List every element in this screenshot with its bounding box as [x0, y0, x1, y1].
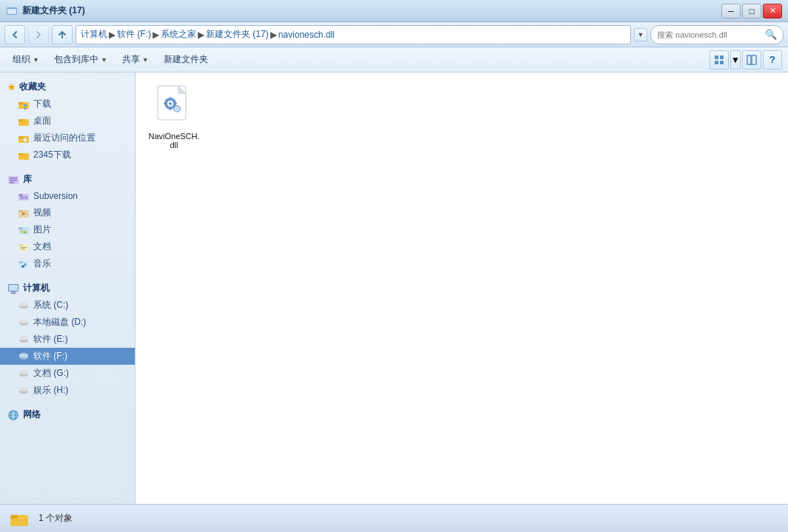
sidebar-item-music[interactable]: 音乐 — [0, 255, 135, 272]
sidebar-item-drive-e-label: 软件 (E:) — [33, 333, 68, 346]
sidebar-item-2345-label: 2345下载 — [33, 149, 71, 161]
sidebar-item-desktop-label: 桌面 — [33, 115, 51, 127]
svg-text:SVN: SVN — [20, 195, 28, 200]
svg-rect-6 — [747, 55, 751, 64]
desktop-folder-icon — [18, 115, 30, 127]
svg-rect-40 — [11, 292, 16, 293]
sidebar-item-desktop[interactable]: 桌面 — [0, 112, 135, 129]
pane-toggle-button[interactable] — [742, 50, 761, 70]
sidebar-item-subversion-label: Subversion — [33, 191, 78, 201]
title-bar: 新建文件夹 (17) ─ □ ✕ — [0, 0, 788, 22]
title-controls: ─ □ ✕ — [721, 4, 782, 18]
svg-rect-74 — [164, 103, 166, 104]
breadcrumb-sep: ▶ — [270, 30, 277, 40]
organize-button[interactable]: 组织 ▼ — [6, 50, 46, 70]
sidebar-item-video[interactable]: 视频 — [0, 204, 135, 221]
sidebar-item-subversion[interactable]: SVN Subversion — [0, 188, 135, 204]
svg-rect-36 — [19, 261, 23, 263]
sidebar-item-drive-g-label: 文档 (G:) — [33, 367, 69, 380]
svg-rect-4 — [715, 61, 718, 64]
file-list: NaviOneSCH.dll — [144, 81, 779, 152]
svg-point-56 — [19, 370, 28, 374]
view-dropdown-button[interactable]: ▼ — [730, 50, 741, 70]
organize-dropdown-icon: ▼ — [33, 56, 39, 64]
svg-rect-17 — [19, 153, 23, 155]
search-icon[interactable]: 🔍 — [765, 29, 777, 40]
subversion-icon: SVN — [18, 190, 30, 202]
svg-rect-33 — [21, 247, 27, 248]
svg-rect-21 — [10, 182, 14, 183]
window-icon — [6, 5, 18, 17]
share-button[interactable]: 共享 ▼ — [116, 50, 156, 70]
network-header: 网络 — [0, 405, 135, 423]
breadcrumb-bar[interactable]: 计算机 ▶ 软件 (F:) ▶ 系统之家 ▶ 新建文件夹 (17) ▶ navi… — [76, 25, 631, 44]
status-folder-icon — [9, 508, 30, 529]
search-input[interactable] — [657, 30, 762, 39]
breadcrumb-item[interactable]: navionesch.dll — [278, 30, 335, 40]
breadcrumb-item[interactable]: 系统之家 — [161, 28, 196, 41]
svg-point-59 — [19, 387, 28, 391]
breadcrumb-dropdown-button[interactable]: ▼ — [634, 28, 647, 41]
file-item-navionesch[interactable]: NaviOneSCH.dll — [144, 81, 204, 152]
sidebar-item-2345[interactable]: 2345下载 — [0, 147, 135, 164]
share-dropdown-icon: ▼ — [142, 56, 149, 64]
address-bar: 计算机 ▶ 软件 (F:) ▶ 系统之家 ▶ 新建文件夹 (17) ▶ navi… — [0, 22, 788, 47]
back-button[interactable] — [4, 25, 25, 44]
maximize-button[interactable]: □ — [742, 4, 761, 18]
sidebar-item-download[interactable]: 下载 — [0, 95, 135, 112]
sidebar-item-drive-d[interactable]: 本地磁盘 (D:) — [0, 314, 135, 331]
breadcrumb-item[interactable]: 软件 (F:) — [117, 28, 151, 41]
sidebar-item-download-label: 下载 — [33, 98, 51, 110]
toolbar: 组织 ▼ 包含到库中 ▼ 共享 ▼ 新建文件夹 ▼ ? — [0, 47, 788, 73]
sidebar-item-drive-h[interactable]: 娱乐 (H:) — [0, 382, 135, 399]
main-area: ★ 收藏夹 下载 桌面 最近 — [0, 73, 788, 504]
new-folder-button[interactable]: 新建文件夹 — [157, 50, 215, 70]
drive-g-icon — [18, 368, 30, 380]
window-title: 新建文件夹 (17) — [22, 4, 85, 17]
sidebar-item-drive-g[interactable]: 文档 (G:) — [0, 365, 135, 382]
favorites-header: ★ 收藏夹 — [0, 77, 135, 95]
svg-point-53 — [19, 353, 28, 357]
svg-rect-39 — [9, 285, 18, 291]
video-folder-icon — [18, 207, 30, 219]
svg-rect-72 — [170, 97, 171, 99]
title-bar-left: 新建文件夹 (17) — [6, 4, 85, 17]
minimize-button[interactable]: ─ — [721, 4, 741, 18]
include-in-library-button[interactable]: 包含到库中 ▼ — [47, 50, 114, 70]
file-name-navionesch: NaviOneSCH.dll — [147, 132, 201, 149]
breadcrumb-item[interactable]: 计算机 — [81, 28, 107, 41]
sidebar-item-video-label: 视频 — [33, 206, 51, 219]
computer-icon — [7, 283, 19, 294]
download-folder-icon — [18, 98, 30, 110]
search-box[interactable]: 🔍 — [650, 25, 784, 44]
network-icon — [7, 409, 19, 421]
svg-rect-7 — [752, 55, 756, 64]
svg-point-44 — [19, 302, 28, 306]
close-button[interactable]: ✕ — [763, 4, 782, 18]
svg-rect-84 — [10, 515, 18, 519]
svg-rect-9 — [19, 102, 23, 104]
svg-rect-2 — [715, 55, 718, 59]
drive-c-icon — [18, 300, 30, 312]
favorites-star-icon: ★ — [7, 82, 16, 92]
svg-point-30 — [21, 230, 24, 233]
content-area: NaviOneSCH.dll — [136, 73, 788, 504]
sidebar-item-drive-e[interactable]: 软件 (E:) — [0, 331, 135, 348]
forward-button[interactable] — [28, 25, 49, 44]
sidebar-item-recent[interactable]: 最近访问的位置 — [0, 129, 135, 147]
sidebar-item-picture[interactable]: 图片 — [0, 221, 135, 238]
svg-rect-14 — [19, 136, 23, 138]
sidebar-item-drive-c[interactable]: 系统 (C:) — [0, 297, 135, 314]
sidebar-item-drive-c-label: 系统 (C:) — [33, 299, 68, 312]
picture-folder-icon — [18, 224, 30, 236]
svg-rect-3 — [720, 55, 724, 59]
computer-header: 计算机 — [0, 278, 135, 297]
sidebar-item-document[interactable]: 文档 — [0, 238, 135, 255]
breadcrumb-item[interactable]: 新建文件夹 (17) — [206, 28, 269, 41]
sidebar-item-drive-f[interactable]: 软件 (F:) — [0, 348, 135, 365]
svg-rect-75 — [175, 103, 177, 104]
view-style-button[interactable] — [709, 50, 729, 70]
up-button[interactable] — [52, 25, 73, 44]
help-button[interactable]: ? — [763, 50, 782, 70]
sidebar-item-drive-d-label: 本地磁盘 (D:) — [33, 316, 86, 329]
